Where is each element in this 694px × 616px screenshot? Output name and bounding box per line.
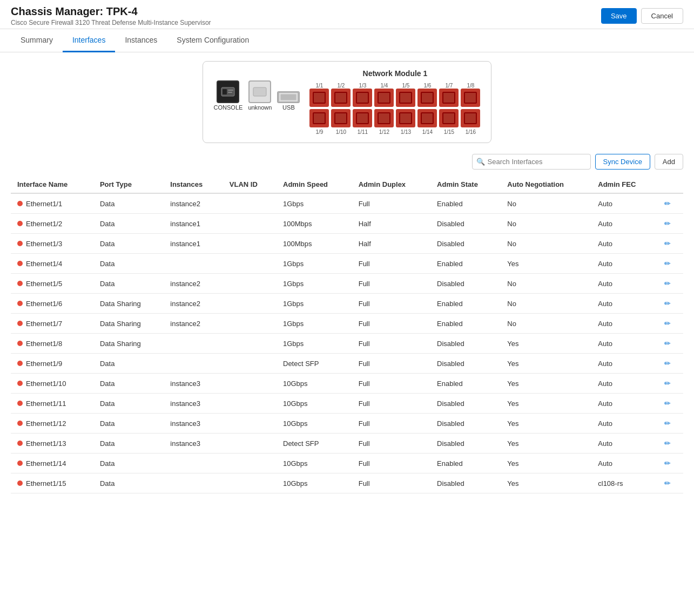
cell-edit-1[interactable]: ✏ <box>658 214 683 234</box>
cell-edit-13[interactable]: ✏ <box>658 453 683 473</box>
edit-icon-2[interactable]: ✏ <box>664 239 671 248</box>
cancel-button[interactable]: Cancel <box>641 8 683 24</box>
table-row: Ethernet1/14 Data 10Gbps Full Enabled Ye… <box>11 453 683 473</box>
cell-auto-neg-8: Yes <box>501 354 591 374</box>
cell-name-0: Ethernet1/1 <box>11 193 93 214</box>
search-input[interactable] <box>472 154 591 170</box>
status-dot-12 <box>17 441 23 446</box>
cell-edit-10[interactable]: ✏ <box>658 394 683 414</box>
edit-icon-3[interactable]: ✏ <box>664 259 671 268</box>
cell-admin-fec-2: Auto <box>591 234 658 254</box>
port-1-5[interactable] <box>396 89 415 107</box>
cell-admin-duplex-3: Full <box>352 254 430 274</box>
port-1-4[interactable] <box>374 89 394 107</box>
cell-vlan-12 <box>223 434 277 453</box>
cell-edit-9[interactable]: ✏ <box>658 374 683 394</box>
port-1-10[interactable] <box>331 109 351 127</box>
edit-icon-12[interactable]: ✏ <box>664 439 671 448</box>
cell-admin-state-2: Disabled <box>430 234 501 254</box>
sync-device-button[interactable]: Sync Device <box>595 154 650 170</box>
port-1-13[interactable] <box>396 109 415 127</box>
edit-icon-8[interactable]: ✏ <box>664 359 671 368</box>
cell-admin-fec-12: Auto <box>591 434 658 453</box>
edit-icon-14[interactable]: ✏ <box>664 479 671 488</box>
cell-edit-2[interactable]: ✏ <box>658 234 683 254</box>
status-dot-10 <box>17 401 23 406</box>
cell-edit-4[interactable]: ✏ <box>658 274 683 294</box>
tab-interfaces[interactable]: Interfaces <box>63 29 115 52</box>
cell-edit-3[interactable]: ✏ <box>658 254 683 274</box>
cell-auto-neg-4: No <box>501 274 591 294</box>
edit-icon-0[interactable]: ✏ <box>664 199 671 208</box>
cell-edit-14[interactable]: ✏ <box>658 473 683 493</box>
tab-system-configuration[interactable]: System Configuration <box>167 29 259 52</box>
cell-auto-neg-9: Yes <box>501 374 591 394</box>
cell-admin-state-14: Disabled <box>430 473 501 493</box>
cell-admin-fec-10: Auto <box>591 394 658 414</box>
port-1-12[interactable] <box>374 109 394 127</box>
cell-admin-duplex-1: Half <box>352 214 430 234</box>
bottom-port-numbers: 1/9 1/10 1/11 1/12 1/13 1/14 1/15 1/16 <box>309 129 480 135</box>
port-1-1[interactable] <box>309 89 329 107</box>
cell-vlan-9 <box>223 374 277 394</box>
status-dot-11 <box>17 421 23 426</box>
cell-name-13: Ethernet1/14 <box>11 453 93 473</box>
cell-vlan-10 <box>223 394 277 414</box>
cell-instances-11: instance3 <box>164 414 223 434</box>
cell-name-14: Ethernet1/15 <box>11 473 93 493</box>
cell-instances-12: instance3 <box>164 434 223 453</box>
edit-icon-13[interactable]: ✏ <box>664 459 671 468</box>
port-1-16[interactable] <box>461 109 480 127</box>
network-module-1: Network Module 1 1/1 1/2 1/3 1/4 1/5 1/6… <box>309 69 480 135</box>
add-button[interactable]: Add <box>655 154 683 170</box>
port-1-7[interactable] <box>439 89 459 107</box>
port-1-2[interactable] <box>331 89 351 107</box>
cell-edit-5[interactable]: ✏ <box>658 294 683 314</box>
cell-admin-duplex-14: Full <box>352 473 430 493</box>
port-1-15[interactable] <box>439 109 459 127</box>
cell-instances-2: instance1 <box>164 234 223 254</box>
cell-admin-fec-6: Auto <box>591 314 658 334</box>
edit-icon-5[interactable]: ✏ <box>664 299 671 308</box>
cell-vlan-13 <box>223 453 277 473</box>
cell-edit-7[interactable]: ✏ <box>658 334 683 354</box>
edit-icon-7[interactable]: ✏ <box>664 339 671 348</box>
port-1-3[interactable] <box>353 89 372 107</box>
status-dot-4 <box>17 281 23 286</box>
edit-icon-9[interactable]: ✏ <box>664 379 671 388</box>
port-1-6[interactable] <box>417 89 437 107</box>
status-dot-13 <box>17 461 23 466</box>
table-row: Ethernet1/7 Data Sharing instance2 1Gbps… <box>11 314 683 334</box>
cell-admin-duplex-5: Full <box>352 294 430 314</box>
status-dot-8 <box>17 361 23 366</box>
app-title: Chassis Manager: TPK-4 <box>11 5 211 18</box>
edit-icon-4[interactable]: ✏ <box>664 279 671 288</box>
edit-icon-6[interactable]: ✏ <box>664 319 671 328</box>
port-1-11[interactable] <box>353 109 372 127</box>
cell-edit-11[interactable]: ✏ <box>658 414 683 434</box>
cell-edit-12[interactable]: ✏ <box>658 434 683 453</box>
cell-admin-duplex-11: Full <box>352 414 430 434</box>
edit-icon-11[interactable]: ✏ <box>664 419 671 428</box>
cell-edit-8[interactable]: ✏ <box>658 354 683 374</box>
cell-instances-9: instance3 <box>164 374 223 394</box>
cell-admin-fec-0: Auto <box>591 193 658 214</box>
cell-admin-state-6: Enabled <box>430 314 501 334</box>
unknown-port-icon <box>248 80 271 103</box>
port-1-9[interactable] <box>309 109 329 127</box>
tab-instances[interactable]: Instances <box>115 29 167 52</box>
port-1-14[interactable] <box>417 109 437 127</box>
edit-icon-10[interactable]: ✏ <box>664 399 671 408</box>
port-1-8[interactable] <box>461 89 480 107</box>
cell-admin-fec-8: Auto <box>591 354 658 374</box>
edit-icon-1[interactable]: ✏ <box>664 219 671 228</box>
tab-summary[interactable]: Summary <box>11 29 63 52</box>
cell-edit-6[interactable]: ✏ <box>658 314 683 334</box>
table-row: Ethernet1/8 Data Sharing 1Gbps Full Disa… <box>11 334 683 354</box>
svg-rect-2 <box>228 90 233 91</box>
cell-vlan-14 <box>223 473 277 493</box>
save-button[interactable]: Save <box>601 8 637 24</box>
cell-instances-7 <box>164 334 223 354</box>
cell-port-type-2: Data <box>93 234 164 254</box>
cell-edit-0[interactable]: ✏ <box>658 193 683 214</box>
